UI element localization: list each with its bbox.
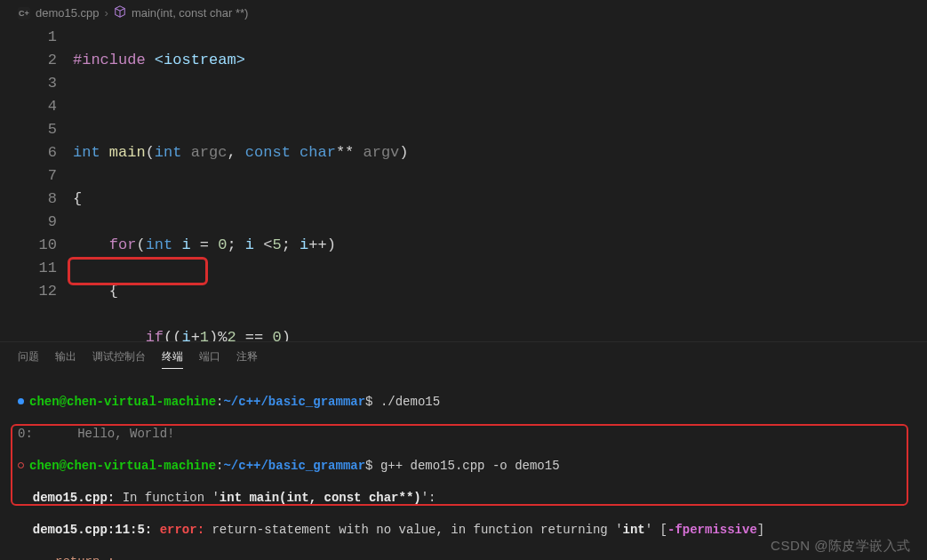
panel-tabs: 问题 输出 调试控制台 终端 端口 注释	[0, 342, 927, 374]
breadcrumb-symbol[interactable]: main(int, const char **)	[132, 6, 249, 20]
tab-problems[interactable]: 问题	[18, 349, 39, 369]
tab-debug-console[interactable]: 调试控制台	[92, 349, 146, 369]
terminal[interactable]: chen@chen-virtual-machine:~/c++/basic_gr…	[0, 374, 927, 560]
tab-terminal[interactable]: 终端	[162, 349, 183, 369]
symbol-method-icon	[114, 5, 126, 20]
cpp-file-icon: C+	[18, 7, 30, 20]
breadcrumb-file[interactable]: demo15.cpp	[36, 6, 100, 20]
status-dot-icon	[18, 398, 24, 404]
tab-output[interactable]: 输出	[55, 349, 76, 369]
terminal-output: 0: Hello, World!	[18, 427, 174, 441]
watermark: CSDN @陈皮学嵌入式	[771, 538, 911, 555]
chevron-right-icon: ›	[105, 6, 108, 20]
tab-comments[interactable]: 注释	[236, 349, 258, 369]
error-dot-icon	[18, 462, 24, 468]
breadcrumb: C+ demo15.cpp › main(int, const char **)	[0, 0, 927, 24]
error-highlight-box	[68, 257, 208, 285]
tab-ports[interactable]: 端口	[199, 349, 220, 369]
bottom-panel: 问题 输出 调试控制台 终端 端口 注释 chen@chen-virtual-m…	[0, 341, 927, 560]
